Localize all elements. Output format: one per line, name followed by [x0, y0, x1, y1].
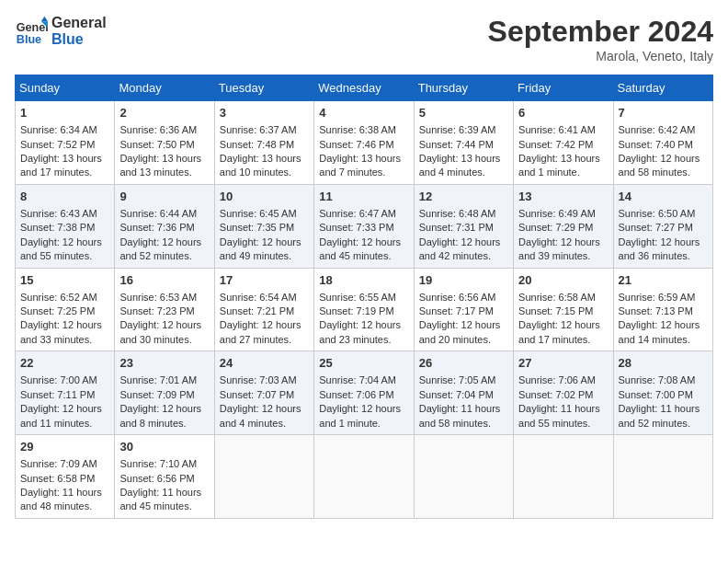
- title-block: September 2024 Marola, Veneto, Italy: [488, 15, 713, 63]
- calendar-cell: 11Sunrise: 6:47 AMSunset: 7:33 PMDayligh…: [314, 184, 414, 268]
- calendar-cell: 1Sunrise: 6:34 AMSunset: 7:52 PMDaylight…: [16, 101, 115, 185]
- sunset-text: Sunset: 7:35 PM: [220, 222, 294, 233]
- sunrise-text: Sunrise: 6:43 AM: [20, 208, 97, 219]
- sunrise-text: Sunrise: 6:44 AM: [119, 208, 197, 219]
- weekday-header-sunday: Sunday: [16, 75, 115, 101]
- calendar-cell: 6Sunrise: 6:41 AMSunset: 7:42 PMDaylight…: [514, 101, 613, 185]
- sunrise-text: Sunrise: 6:50 AM: [619, 208, 696, 219]
- page-header: General Blue General Blue September 2024…: [15, 15, 713, 63]
- sunset-text: Sunset: 7:33 PM: [319, 222, 393, 233]
- calendar-cell: 5Sunrise: 6:39 AMSunset: 7:44 PMDaylight…: [414, 101, 513, 185]
- sunrise-text: Sunrise: 7:04 AM: [319, 374, 396, 385]
- month-title: September 2024: [488, 15, 713, 49]
- sunrise-text: Sunrise: 6:45 AM: [220, 208, 297, 219]
- sunrise-text: Sunrise: 6:38 AM: [319, 124, 396, 135]
- day-number: 1: [20, 105, 109, 121]
- calendar-cell: 23Sunrise: 7:01 AMSunset: 7:09 PMDayligh…: [115, 351, 214, 435]
- daylight-text: Daylight: 12 hours and 8 minutes.: [119, 403, 201, 428]
- daylight-text: Daylight: 13 hours and 13 minutes.: [119, 153, 201, 178]
- calendar-cell: [613, 435, 712, 519]
- day-number: 7: [619, 105, 708, 121]
- sunset-text: Sunset: 7:38 PM: [20, 222, 95, 233]
- day-number: 22: [20, 355, 109, 372]
- sunset-text: Sunset: 7:44 PM: [419, 139, 494, 150]
- sunrise-text: Sunrise: 6:47 AM: [319, 208, 396, 219]
- day-number: 16: [119, 272, 209, 289]
- calendar-cell: 4Sunrise: 6:38 AMSunset: 7:46 PMDaylight…: [314, 101, 414, 185]
- sunset-text: Sunset: 7:23 PM: [119, 305, 194, 316]
- daylight-text: Daylight: 12 hours and 1 minute.: [319, 403, 401, 428]
- weekday-header-thursday: Thursday: [414, 75, 513, 101]
- sunset-text: Sunset: 7:17 PM: [419, 305, 494, 316]
- calendar-week-row: 29Sunrise: 7:09 AMSunset: 6:58 PMDayligh…: [16, 435, 713, 519]
- sunset-text: Sunset: 7:09 PM: [119, 389, 194, 400]
- calendar-cell: 12Sunrise: 6:48 AMSunset: 7:31 PMDayligh…: [414, 184, 513, 268]
- sunset-text: Sunset: 7:40 PM: [619, 139, 693, 150]
- calendar-cell: 14Sunrise: 6:50 AMSunset: 7:27 PMDayligh…: [613, 184, 712, 268]
- calendar-cell: [414, 435, 513, 519]
- sunset-text: Sunset: 7:31 PM: [419, 222, 494, 233]
- daylight-text: Daylight: 12 hours and 49 minutes.: [220, 236, 301, 261]
- daylight-text: Daylight: 11 hours and 55 minutes.: [518, 403, 600, 428]
- day-number: 20: [518, 272, 608, 289]
- sunset-text: Sunset: 7:42 PM: [518, 139, 593, 150]
- day-number: 12: [419, 189, 508, 205]
- sunset-text: Sunset: 6:58 PM: [20, 473, 95, 484]
- sunset-text: Sunset: 7:19 PM: [319, 305, 393, 316]
- calendar-cell: 18Sunrise: 6:55 AMSunset: 7:19 PMDayligh…: [314, 268, 414, 351]
- sunset-text: Sunset: 7:04 PM: [419, 389, 494, 400]
- svg-text:Blue: Blue: [17, 33, 41, 46]
- weekday-header-friday: Friday: [514, 75, 613, 101]
- day-number: 4: [319, 105, 408, 121]
- day-number: 25: [319, 355, 408, 372]
- day-number: 15: [20, 272, 109, 289]
- calendar-cell: [214, 435, 313, 519]
- daylight-text: Daylight: 11 hours and 58 minutes.: [419, 403, 501, 428]
- calendar-cell: 28Sunrise: 7:08 AMSunset: 7:00 PMDayligh…: [613, 351, 712, 435]
- logo-text-blue: Blue: [51, 31, 107, 48]
- daylight-text: Daylight: 13 hours and 1 minute.: [518, 153, 600, 178]
- sunrise-text: Sunrise: 7:08 AM: [619, 374, 696, 385]
- sunset-text: Sunset: 7:25 PM: [20, 305, 95, 316]
- logo-icon: General Blue: [15, 15, 48, 48]
- calendar-week-row: 8Sunrise: 6:43 AMSunset: 7:38 PMDaylight…: [16, 184, 713, 268]
- weekday-header-wednesday: Wednesday: [314, 75, 414, 101]
- day-number: 5: [419, 105, 508, 121]
- sunset-text: Sunset: 7:27 PM: [619, 222, 693, 233]
- calendar-cell: 17Sunrise: 6:54 AMSunset: 7:21 PMDayligh…: [214, 268, 313, 351]
- sunset-text: Sunset: 7:29 PM: [518, 222, 593, 233]
- sunset-text: Sunset: 7:21 PM: [220, 305, 294, 316]
- daylight-text: Daylight: 12 hours and 23 minutes.: [319, 319, 401, 344]
- calendar-cell: 7Sunrise: 6:42 AMSunset: 7:40 PMDaylight…: [613, 101, 712, 185]
- sunset-text: Sunset: 7:11 PM: [20, 389, 95, 400]
- sunset-text: Sunset: 7:02 PM: [518, 389, 593, 400]
- sunrise-text: Sunrise: 7:00 AM: [20, 374, 97, 385]
- daylight-text: Daylight: 12 hours and 55 minutes.: [20, 236, 102, 261]
- sunrise-text: Sunrise: 7:09 AM: [20, 458, 97, 469]
- sunset-text: Sunset: 7:50 PM: [119, 139, 194, 150]
- calendar-cell: 25Sunrise: 7:04 AMSunset: 7:06 PMDayligh…: [314, 351, 414, 435]
- day-number: 8: [20, 189, 109, 205]
- daylight-text: Daylight: 12 hours and 42 minutes.: [419, 236, 501, 261]
- calendar-cell: 8Sunrise: 6:43 AMSunset: 7:38 PMDaylight…: [16, 184, 115, 268]
- day-number: 28: [619, 355, 708, 372]
- sunset-text: Sunset: 6:56 PM: [119, 473, 194, 484]
- daylight-text: Daylight: 12 hours and 33 minutes.: [20, 319, 102, 344]
- sunset-text: Sunset: 7:15 PM: [518, 305, 593, 316]
- sunrise-text: Sunrise: 7:10 AM: [119, 458, 197, 469]
- day-number: 10: [220, 189, 309, 205]
- calendar-cell: 13Sunrise: 6:49 AMSunset: 7:29 PMDayligh…: [514, 184, 613, 268]
- calendar-cell: 27Sunrise: 7:06 AMSunset: 7:02 PMDayligh…: [514, 351, 613, 435]
- sunrise-text: Sunrise: 6:39 AM: [419, 124, 496, 135]
- day-number: 29: [20, 439, 109, 455]
- day-number: 6: [518, 105, 608, 121]
- sunset-text: Sunset: 7:52 PM: [20, 139, 95, 150]
- sunrise-text: Sunrise: 6:55 AM: [319, 292, 396, 303]
- sunrise-text: Sunrise: 7:06 AM: [518, 374, 596, 385]
- day-number: 26: [419, 355, 508, 372]
- sunrise-text: Sunrise: 6:59 AM: [619, 292, 696, 303]
- daylight-text: Daylight: 12 hours and 36 minutes.: [619, 236, 700, 261]
- day-number: 27: [518, 355, 608, 372]
- sunrise-text: Sunrise: 6:42 AM: [619, 124, 696, 135]
- calendar-cell: 29Sunrise: 7:09 AMSunset: 6:58 PMDayligh…: [16, 435, 115, 519]
